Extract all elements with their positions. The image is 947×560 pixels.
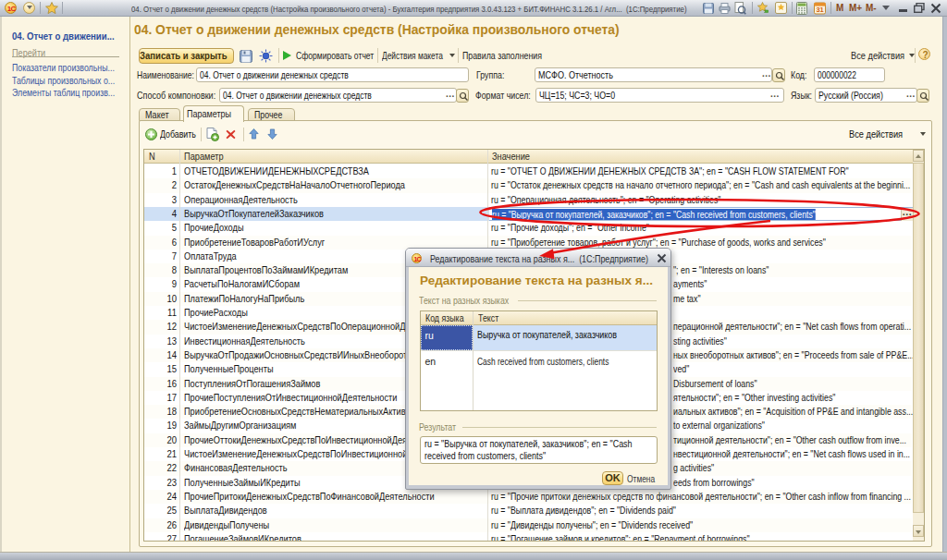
svg-text:31: 31	[816, 6, 823, 14]
